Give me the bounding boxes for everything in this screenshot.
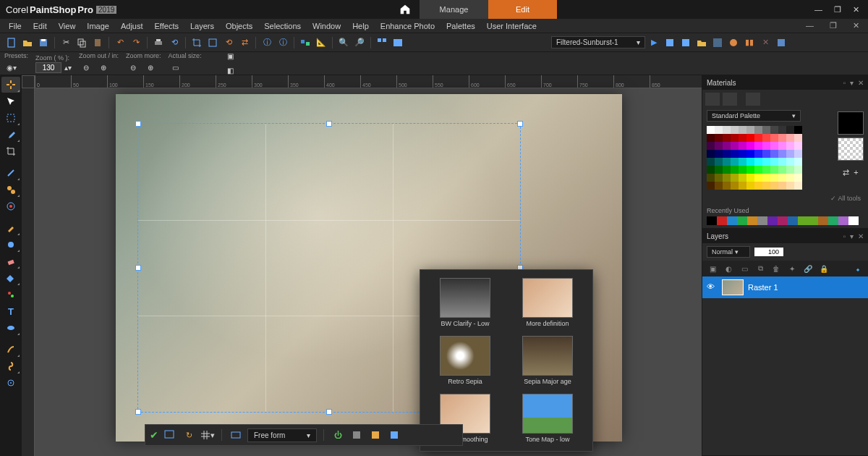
color-swatch[interactable] [707, 150, 715, 158]
crop-as-new-button[interactable] [163, 428, 177, 442]
crop-handle[interactable] [135, 121, 141, 127]
clone-tool[interactable] [1, 182, 20, 198]
color-swatch[interactable] [754, 158, 762, 166]
effect-preset-item[interactable]: Retro Sepia [426, 334, 504, 387]
color-swatch[interactable] [786, 174, 794, 182]
crop-handle[interactable] [517, 121, 523, 127]
color-swatch[interactable] [746, 150, 754, 158]
zoom-more-in[interactable]: ⊕ [143, 60, 158, 75]
color-swatch[interactable] [715, 150, 723, 158]
color-swatch[interactable] [746, 182, 754, 190]
crop-tb-button[interactable] [190, 35, 204, 50]
color-swatch[interactable] [786, 150, 794, 158]
color-swatch[interactable] [746, 134, 754, 142]
recent-swatch[interactable] [848, 216, 859, 225]
crop-opt2-button[interactable] [368, 428, 383, 442]
color-swatch[interactable] [762, 182, 770, 190]
color-swatch[interactable] [739, 158, 746, 166]
color-swatch[interactable] [746, 166, 754, 174]
color-swatch[interactable] [739, 166, 746, 174]
panel-close-icon[interactable]: ✕ [858, 232, 864, 240]
manage-tab[interactable]: Manage [420, 0, 488, 19]
doc-minimize[interactable]: — [800, 20, 820, 32]
color-swatch[interactable] [754, 126, 762, 134]
menu-selections[interactable]: Selections [258, 20, 307, 32]
crop-handle[interactable] [135, 265, 141, 271]
delete-layer-button[interactable]: 🗑 [770, 263, 782, 274]
color-swatch[interactable] [707, 134, 715, 142]
brush-tool[interactable] [1, 220, 20, 236]
color-swatch[interactable] [770, 182, 778, 190]
recent-swatch[interactable] [788, 216, 798, 225]
recent-swatch[interactable] [707, 216, 717, 225]
color-swatch[interactable] [770, 126, 778, 134]
menu-enhance[interactable]: Enhance Photo [375, 20, 441, 32]
color-swatch[interactable] [770, 150, 778, 158]
link-button[interactable]: 🔗 [802, 263, 814, 274]
new-group-button[interactable]: ▭ [739, 263, 750, 274]
recent-swatch[interactable] [808, 216, 818, 225]
eraser-tool[interactable] [1, 253, 20, 269]
color-swatch[interactable] [715, 158, 723, 166]
color-swatch[interactable] [754, 142, 762, 150]
redeye-tool[interactable] [1, 198, 20, 214]
color-swatch[interactable] [707, 158, 715, 166]
straighten-button[interactable]: 📐 [314, 35, 328, 50]
recent-swatch[interactable] [778, 216, 788, 225]
color-swatch[interactable] [723, 150, 731, 158]
edit-tab[interactable]: Edit [488, 0, 557, 19]
layer-name[interactable]: Raster 1 [748, 283, 778, 292]
folder-button[interactable] [694, 35, 709, 50]
effect-preset-item[interactable]: BW Clarify - Low [426, 276, 504, 329]
cancel-button[interactable]: ✕ [758, 35, 773, 50]
color-swatch[interactable] [778, 126, 786, 134]
duplicate-layer-button[interactable]: ⧉ [754, 263, 766, 274]
crop-handle[interactable] [326, 121, 332, 127]
color-swatch[interactable] [754, 166, 762, 174]
color-swatch[interactable] [762, 166, 770, 174]
record-button[interactable] [726, 35, 741, 50]
crop-tool[interactable] [1, 143, 20, 159]
color-swatch[interactable] [762, 150, 770, 158]
color-swatch[interactable] [754, 174, 762, 182]
fill-tool[interactable] [1, 270, 20, 286]
rotate-button[interactable]: ⟲ [221, 35, 236, 50]
maximize-button[interactable]: ❐ [831, 5, 844, 14]
palette-dropdown[interactable]: Standard Palette▾ [707, 110, 801, 122]
recent-swatch[interactable] [737, 216, 747, 225]
scratch-tool[interactable] [1, 165, 20, 181]
color-swatch[interactable] [715, 182, 723, 190]
actual-size-button[interactable]: ▭ [169, 60, 183, 75]
color-swatch[interactable] [778, 182, 786, 190]
new-mask-button[interactable]: ◐ [723, 263, 734, 274]
panel-close-icon[interactable]: ✕ [858, 79, 864, 87]
color-swatch[interactable] [731, 174, 739, 182]
color-swatch[interactable] [746, 174, 754, 182]
color-swatch[interactable] [723, 174, 731, 182]
save-button[interactable] [36, 35, 51, 50]
color-swatch[interactable] [746, 158, 754, 166]
power-button[interactable]: ⏻ [331, 428, 345, 442]
color-swatch[interactable] [786, 182, 794, 190]
color-swatch[interactable] [794, 150, 802, 158]
color-swatch[interactable] [746, 142, 754, 150]
menu-edit[interactable]: Edit [27, 20, 53, 32]
doc-restore[interactable]: ❐ [824, 20, 843, 32]
color-swatch[interactable] [723, 134, 731, 142]
hsl-tab[interactable] [723, 93, 737, 106]
color-swatch[interactable] [794, 158, 802, 166]
aspect-button[interactable] [229, 428, 243, 442]
color-swatch[interactable] [778, 158, 786, 166]
color-swatch[interactable] [731, 126, 739, 134]
background-color[interactable] [838, 138, 864, 161]
zoom-actual-button[interactable]: 🔎 [352, 35, 367, 50]
picture-button[interactable] [391, 35, 405, 50]
cut-button[interactable]: ✂ [59, 35, 73, 50]
menu-adjust[interactable]: Adjust [115, 20, 149, 32]
menu-window[interactable]: Window [307, 20, 346, 32]
color-swatch[interactable] [794, 126, 802, 134]
close-button[interactable]: ✕ [850, 5, 862, 14]
opacity-input[interactable]: 100 [754, 248, 783, 256]
zoom-fit-button[interactable]: 🔍 [336, 35, 351, 50]
resize-button[interactable] [205, 35, 220, 50]
